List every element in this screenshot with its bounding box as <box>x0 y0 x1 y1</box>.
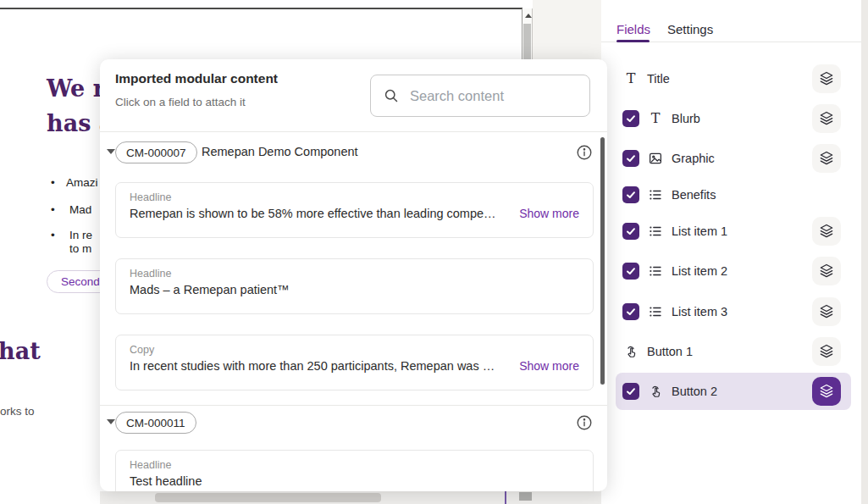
bullet-text: Mad <box>69 203 91 216</box>
bottom-scroll-strip <box>100 491 601 504</box>
check-icon <box>626 190 636 200</box>
show-more-link[interactable]: Show more <box>519 207 579 220</box>
modal-title: Imported modular content <box>115 71 278 86</box>
layers-button[interactable] <box>812 104 841 133</box>
field-label: Blurb <box>672 112 700 125</box>
layers-button[interactable] <box>812 144 841 173</box>
bullet-text: to m <box>69 242 91 255</box>
field-value: Test headline <box>130 474 579 488</box>
divider <box>100 405 607 406</box>
field-label: Graphic <box>672 152 715 165</box>
content-group-name: Remepan Demo Component <box>202 145 358 158</box>
layers-icon <box>818 70 835 87</box>
content-field-card[interactable]: Headline Remepan is shown to be 58% more… <box>115 182 594 238</box>
field-label: Benefits <box>672 188 716 202</box>
field-label: Button 1 <box>647 345 693 358</box>
content-group-header[interactable]: CM-000011 <box>100 412 607 435</box>
field-type-label: Copy <box>130 344 579 356</box>
caret-down-icon[interactable] <box>107 419 115 424</box>
layers-button[interactable] <box>812 257 841 285</box>
info-icon[interactable] <box>575 413 594 432</box>
content-field-card[interactable]: Headline Test headline <box>115 450 594 491</box>
list-icon <box>647 303 664 320</box>
checkbox-checked[interactable] <box>622 150 639 167</box>
text-icon: T <box>647 110 664 127</box>
check-icon <box>626 226 636 236</box>
info-icon[interactable] <box>575 143 594 162</box>
field-type-label: Headline <box>130 459 579 471</box>
layers-button[interactable] <box>812 217 841 246</box>
click-icon <box>647 383 664 400</box>
list-icon <box>647 263 664 280</box>
check-icon <box>626 153 636 163</box>
field-row-blurb[interactable]: T Blurb <box>616 100 851 137</box>
content-id-badge: CM-000011 <box>115 412 196 434</box>
tab-fields[interactable]: Fields <box>616 22 650 36</box>
text-icon: T <box>622 70 639 87</box>
field-label: List item 2 <box>672 264 727 278</box>
caret-down-icon[interactable] <box>107 149 115 154</box>
layers-button[interactable] <box>812 297 841 326</box>
modal-subtitle: Click on a field to attach it <box>115 96 246 108</box>
layers-button-active[interactable] <box>812 377 841 406</box>
checkbox-checked[interactable] <box>622 383 639 400</box>
page-heading-2: hat <box>0 338 41 364</box>
modal-scrollbar-thumb[interactable] <box>600 137 605 385</box>
layers-button[interactable] <box>812 64 841 93</box>
field-row-graphic[interactable]: Graphic <box>616 140 851 177</box>
bullet-icon: • <box>51 229 66 242</box>
tab-settings[interactable]: Settings <box>667 22 713 36</box>
checkbox-checked[interactable] <box>622 110 639 127</box>
field-label: List item 1 <box>672 224 727 238</box>
window-right-edge <box>861 0 868 504</box>
click-icon <box>622 343 639 360</box>
active-tab-underline <box>616 40 650 42</box>
checkbox-checked[interactable] <box>622 263 639 280</box>
layers-icon <box>818 303 835 320</box>
search-box[interactable] <box>370 75 590 117</box>
content-group-header[interactable]: CM-000007 Remepan Demo Component <box>100 141 607 165</box>
bullet-icon: • <box>51 203 66 216</box>
bullet-icon: • <box>51 176 66 189</box>
bullet-text: Amazi <box>66 176 98 189</box>
content-field-card[interactable]: Copy In recent studies with more than 25… <box>115 335 594 390</box>
layers-icon <box>818 150 835 167</box>
field-row-list-item-2[interactable]: List item 2 <box>616 252 851 290</box>
show-more-link[interactable]: Show more <box>519 359 579 373</box>
field-row-button-2[interactable]: Button 2 <box>616 373 851 410</box>
field-type-label: Headline <box>130 191 579 203</box>
content-field-card[interactable]: Headline Mads – a Remepan patient™ <box>115 258 594 314</box>
field-row-title[interactable]: T Title <box>616 60 851 97</box>
field-row-button-1[interactable]: Button 1 <box>616 333 851 370</box>
field-row-benefits[interactable]: Benefits <box>616 176 851 213</box>
vertical-scrollbar-thumb[interactable] <box>523 24 531 61</box>
content-id-badge: CM-000007 <box>115 141 197 163</box>
checkbox-checked[interactable] <box>622 186 639 203</box>
sidebar-header: Fields Settings <box>601 0 861 42</box>
fields-sidebar: Fields Settings T Title T Blurb Graphic <box>601 0 861 504</box>
field-label: Title <box>647 72 670 86</box>
field-row-list-item-1[interactable]: List item 1 <box>616 213 851 250</box>
field-label: List item 3 <box>672 305 727 318</box>
purple-edge-line <box>505 491 506 504</box>
search-input[interactable] <box>410 88 578 104</box>
field-value: Mads – a Remepan patient™ <box>130 283 579 296</box>
canvas-top-border <box>0 8 522 9</box>
field-type-label: Headline <box>130 268 579 280</box>
check-icon <box>626 266 636 276</box>
page-text-fragment: orks to <box>0 405 35 418</box>
layers-icon <box>818 223 835 240</box>
checkbox-checked[interactable] <box>622 223 639 240</box>
layers-icon <box>818 110 835 127</box>
check-icon <box>626 114 636 124</box>
field-row-list-item-3[interactable]: List item 3 <box>616 293 851 330</box>
scroll-up-arrow-icon[interactable] <box>525 14 532 18</box>
field-value: In recent studies with more than 250 par… <box>130 359 507 373</box>
checkbox-checked[interactable] <box>622 303 639 320</box>
imported-content-modal: Imported modular content Click on a fiel… <box>100 59 607 491</box>
search-icon <box>383 87 400 104</box>
page-bullet-list: •Amazi •Mad •In reto m <box>51 176 98 256</box>
horizontal-scrollbar-thumb[interactable] <box>155 493 381 502</box>
layers-button[interactable] <box>812 337 841 366</box>
divider <box>100 131 607 132</box>
